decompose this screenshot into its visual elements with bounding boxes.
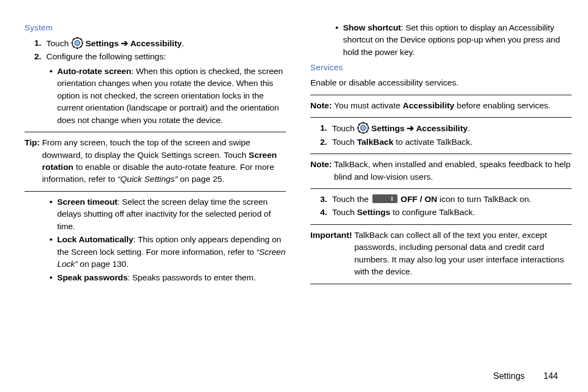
r-step3-prefix: Touch the — [332, 194, 371, 204]
r-step4-prefix: Touch — [332, 207, 357, 217]
note1-bold: Accessibility — [403, 101, 455, 110]
speak-pw-text: : Speaks passwords to enter them. — [127, 273, 255, 282]
r-step4-suffix: to configure TalkBack. — [390, 207, 475, 217]
note-1: Note: You must activate Accessibility be… — [310, 100, 572, 112]
divider — [310, 117, 572, 118]
important-text: TalkBack can collect all of the text you… — [354, 229, 572, 278]
right-column: Show shortcut: Set this option to displa… — [310, 22, 572, 381]
tip-block: Tip: From any screen, touch the top of t… — [24, 137, 286, 186]
auto-rotate-label: Auto-rotate screen — [57, 66, 131, 76]
tip-italic: “Quick Settings” — [118, 174, 177, 183]
divider — [310, 154, 572, 154]
right-step-1: 1. Touch Settings ➔ Accessibility. — [320, 122, 572, 134]
lock-auto-label: Lock Automatically — [57, 235, 133, 244]
note-2: Note: TalkBack, when installed and enabl… — [310, 158, 572, 183]
lock-auto-text2: on page 130. — [77, 259, 128, 268]
footer-page: 144 — [543, 371, 558, 381]
right-step-3: 3. Touch the OFF / ON icon to turn TalkB… — [320, 193, 572, 205]
r-step2-suffix: to activate TalkBack. — [394, 137, 473, 146]
step1-text-prefix: Touch — [46, 39, 71, 48]
settings-gear-icon — [71, 37, 83, 49]
bullet-lock-auto: Lock Automatically: This option only app… — [48, 234, 286, 270]
divider — [310, 224, 572, 225]
right-step-2: 2. Touch TalkBack to activate TalkBack. — [320, 136, 572, 148]
r-step1-suffix: Settings ➔ Accessibility — [369, 124, 468, 133]
r-step1-prefix: Touch — [332, 124, 357, 133]
note1-t1: You must activate — [334, 101, 403, 110]
r-step3-suffix: icon to turn TalkBack on. — [437, 194, 531, 204]
divider — [310, 188, 572, 189]
tip-text1: From any screen, touch the top of the sc… — [42, 138, 250, 159]
step1-text-suffix: Settings ➔ Accessibility — [83, 39, 182, 48]
note1-t2: before enabling services. — [454, 101, 550, 110]
services-intro: Enable or disable accessibility services… — [310, 77, 572, 89]
step2-text: Configure the following settings: — [46, 52, 166, 61]
bullet-speak-passwords: Speak passwords: Speaks passwords to ent… — [48, 272, 286, 284]
footer-section: Settings — [493, 371, 525, 381]
bullet-show-shortcut: Show shortcut: Set this option to displa… — [334, 22, 572, 58]
tip-label: Tip: — [24, 137, 40, 186]
r-step4-bold: Settings — [357, 207, 390, 217]
divider — [24, 132, 286, 132]
speak-pw-label: Speak passwords — [57, 273, 127, 282]
left-step-1: 1. Touch Settings ➔ Accessibility. — [34, 37, 286, 50]
page-footer: Settings 144 — [493, 371, 558, 381]
toggle-off-on-icon — [372, 194, 397, 203]
note-label: Note: — [310, 158, 332, 183]
divider — [24, 191, 286, 192]
divider — [310, 95, 572, 95]
left-column: System 1. Touch Settings ➔ Accessibility… — [24, 22, 286, 381]
important-block: Important! TalkBack can collect all of t… — [310, 229, 572, 278]
screen-timeout-label: Screen timeout — [57, 197, 118, 206]
divider — [310, 284, 572, 284]
tip-text3: on page 25. — [180, 174, 224, 183]
system-heading: System — [24, 22, 286, 34]
left-step-2: 2. Configure the following settings: Aut… — [34, 51, 286, 126]
important-label: Important! — [310, 229, 352, 278]
r-step3-bold: OFF / ON — [399, 194, 437, 204]
bullet-auto-rotate: Auto-rotate screen: When this option is … — [48, 65, 286, 126]
r-step2-bold: TalkBack — [357, 137, 394, 146]
page: System 1. Touch Settings ➔ Accessibility… — [0, 0, 588, 392]
right-step-4: 4. Touch Settings to configure TalkBack. — [320, 206, 572, 218]
note-label: Note: — [310, 100, 332, 112]
settings-gear-icon — [357, 122, 369, 134]
bullet-screen-timeout: Screen timeout: Select the screen delay … — [48, 196, 286, 232]
services-heading: Services — [310, 62, 572, 74]
show-shortcut-label: Show shortcut — [343, 23, 401, 32]
r-step2-prefix: Touch — [332, 137, 357, 146]
note2-text: TalkBack, when installed and enabled, sp… — [334, 158, 572, 183]
